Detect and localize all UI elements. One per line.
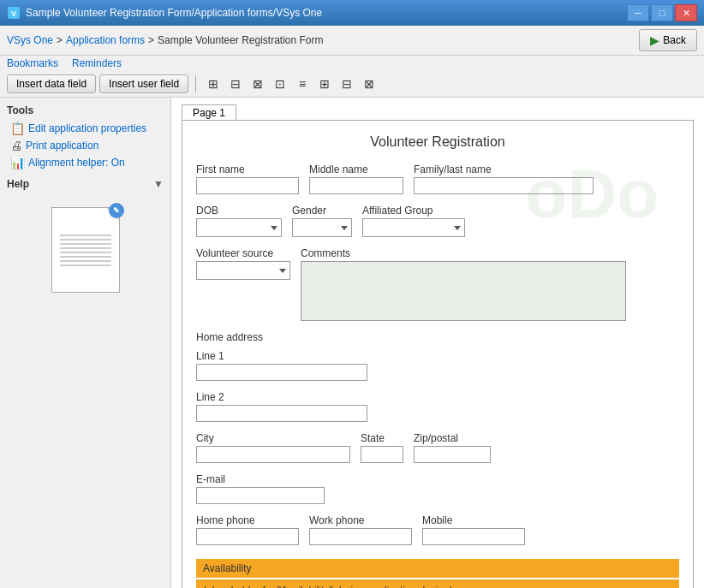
help-arrow-icon: ▼ [153, 178, 164, 190]
title-bar-controls: ─ □ ✕ [627, 4, 697, 21]
family-name-field: Family/last name [414, 163, 594, 194]
sidebar-preview: ✎ [7, 207, 164, 293]
toolbar-icon-4[interactable]: ⊡ [270, 74, 290, 93]
dob-field: DOB [196, 205, 282, 237]
minimize-button[interactable]: ─ [627, 4, 649, 21]
breadcrumb-root[interactable]: VSys One [7, 34, 53, 46]
svg-text:V: V [11, 9, 16, 18]
toolbar: Insert data field Insert user field ⊞ ⊟ … [0, 71, 704, 98]
help-title: Help [7, 178, 29, 190]
email-row: E-mail [196, 473, 679, 504]
doc-line-4 [60, 247, 111, 249]
volunteer-source-select[interactable] [196, 261, 290, 280]
mobile-input[interactable] [422, 528, 525, 545]
availability-field: Availability (placeholder for "Availabil… [196, 555, 679, 588]
breadcrumb-sep2: > [148, 34, 154, 46]
middle-name-label: Middle name [309, 163, 403, 175]
work-phone-input[interactable] [309, 528, 412, 545]
sidebar: Tools 📋 Edit application properties 🖨 Pr… [0, 98, 171, 588]
close-button[interactable]: ✕ [675, 4, 697, 21]
family-name-label: Family/last name [414, 163, 594, 175]
line2-input[interactable] [196, 405, 367, 422]
sidebar-item-print[interactable]: 🖨 Print application [7, 137, 164, 154]
state-input[interactable] [361, 446, 403, 463]
toolbar-icon-3[interactable]: ⊠ [248, 74, 268, 93]
home-phone-input[interactable] [196, 528, 299, 545]
back-button[interactable]: ▶ Back [639, 29, 697, 51]
maximize-button[interactable]: □ [651, 4, 673, 21]
doc-lines [60, 232, 111, 269]
breadcrumb-part2: Sample Volunteer Registration Form [158, 34, 323, 46]
doc-preview: ✎ [51, 207, 120, 293]
line1-label: Line 1 [196, 350, 367, 362]
toolbar-icon-8[interactable]: ⊠ [359, 74, 379, 93]
toolbar-icon-2[interactable]: ⊟ [225, 74, 246, 93]
comments-field: Comments [301, 247, 626, 321]
zip-input[interactable] [414, 446, 491, 463]
home-phone-field: Home phone [196, 514, 299, 545]
insert-data-field-button[interactable]: Insert data field [7, 74, 96, 93]
toolbar-icon-7[interactable]: ⊟ [337, 74, 357, 93]
family-name-input[interactable] [414, 177, 594, 194]
affiliated-group-label: Affiliated Group [362, 205, 465, 217]
state-field: State [361, 432, 403, 463]
affiliated-group-select[interactable] [362, 218, 465, 237]
dob-select[interactable] [196, 218, 282, 237]
home-phone-label: Home phone [196, 514, 299, 526]
line1-row: Line 1 [196, 350, 679, 381]
first-name-input[interactable] [196, 177, 299, 194]
toolbar-icon-6[interactable]: ⊞ [314, 74, 335, 93]
tools-section: Tools 📋 Edit application properties 🖨 Pr… [7, 104, 164, 171]
gender-select[interactable] [292, 218, 352, 237]
bookmarks-link[interactable]: Bookmarks [7, 57, 58, 69]
breadcrumb-part1[interactable]: Application forms [66, 34, 145, 46]
middle-name-input[interactable] [309, 177, 403, 194]
toolbar-icons: ⊞ ⊟ ⊠ ⊡ ≡ ⊞ ⊟ ⊠ [203, 74, 379, 93]
availability-row: Availability (placeholder for "Availabil… [196, 555, 679, 588]
app-icon: V [7, 6, 21, 20]
email-field: E-mail [196, 473, 325, 504]
name-row: First name Middle name Family/last name [196, 163, 679, 194]
line1-field: Line 1 [196, 350, 367, 381]
toolbar-icon-1[interactable]: ⊞ [203, 74, 224, 93]
title-bar-text: Sample Volunteer Registration Form/Appli… [26, 7, 627, 19]
breadcrumb: VSys One > Application forms > Sample Vo… [7, 34, 324, 46]
sidebar-item-edit-properties[interactable]: 📋 Edit application properties [7, 120, 164, 137]
city-input[interactable] [196, 446, 350, 463]
line1-input[interactable] [196, 364, 367, 381]
alignment-label: Alignment helper: On [28, 157, 125, 169]
availability-label: Availability [196, 559, 679, 578]
top-nav: VSys One > Application forms > Sample Vo… [0, 26, 704, 56]
doc-line-3 [60, 243, 111, 245]
mobile-label: Mobile [422, 514, 525, 526]
doc-line-6 [60, 256, 111, 258]
form-content: oDo Volunteer Registration First name Mi… [182, 120, 694, 588]
alignment-icon: 📊 [10, 156, 25, 169]
mobile-field: Mobile [422, 514, 525, 545]
first-name-field: First name [196, 163, 299, 194]
toolbar-icon-5[interactable]: ≡ [292, 74, 313, 93]
gender-field: Gender [292, 205, 352, 237]
gender-label: Gender [292, 205, 352, 217]
home-address-label: Home address [196, 331, 679, 343]
state-label: State [361, 432, 403, 444]
insert-user-field-button[interactable]: Insert user field [99, 74, 188, 93]
content-area: Tools 📋 Edit application properties 🖨 Pr… [0, 98, 704, 588]
first-name-label: First name [196, 163, 299, 175]
email-input[interactable] [196, 487, 325, 504]
form-area[interactable]: Page 1 oDo Volunteer Registration First … [171, 98, 704, 588]
app-container: VSys One > Application forms > Sample Vo… [0, 26, 704, 588]
toolbar-separator [195, 75, 196, 92]
reminders-link[interactable]: Reminders [72, 57, 122, 69]
second-nav: Bookmarks Reminders [0, 56, 704, 71]
title-bar: V Sample Volunteer Registration Form/App… [0, 0, 704, 26]
page-1-tab[interactable]: Page 1 [182, 104, 236, 121]
sidebar-item-alignment[interactable]: 📊 Alignment helper: On [7, 154, 164, 171]
form-title: Volunteer Registration [196, 134, 679, 150]
middle-name-field: Middle name [309, 163, 403, 194]
volunteer-source-field: Volunteer source [196, 247, 290, 280]
doc-line-7 [60, 260, 111, 262]
phone-row: Home phone Work phone Mobile [196, 514, 679, 545]
doc-line-8 [60, 264, 111, 266]
comments-textarea[interactable] [301, 261, 626, 321]
